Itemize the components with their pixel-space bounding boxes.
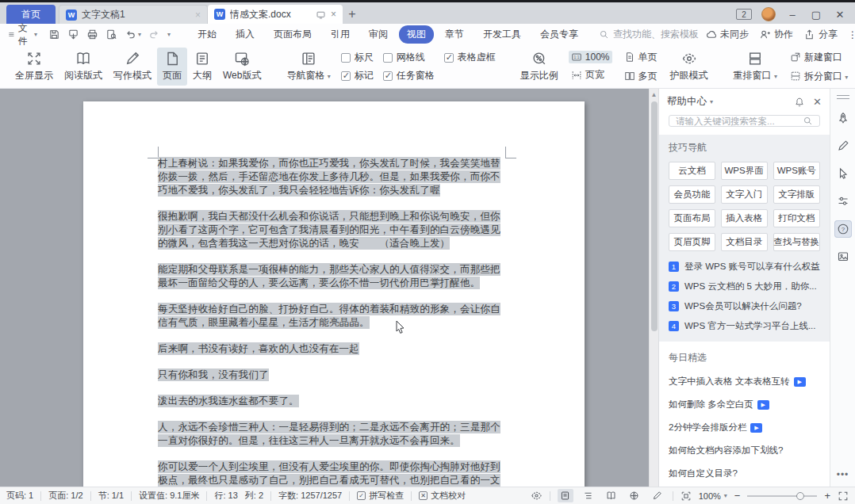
paragraph[interactable]: 人，永远不会珍惜三种人：一是轻易得到的；二是永远不会离开的；三是那个一直对你很好… [158, 421, 505, 448]
menu-tab-start[interactable]: 开始 [190, 25, 224, 44]
help-nav-button[interactable]: WPS账号 [773, 162, 821, 180]
undo-button[interactable]: ▾ [125, 29, 141, 40]
export-button[interactable] [67, 29, 79, 40]
close-window-button[interactable]: ✕ [833, 9, 847, 21]
popout-window-icon[interactable] [316, 10, 326, 20]
help-nav-button[interactable]: 页面布局 [669, 209, 715, 227]
zoom-slider-knob[interactable] [796, 492, 804, 500]
web-layout-button[interactable]: Web版式 [217, 48, 266, 86]
document-canvas[interactable]: 村上春树说：如果我爱你，而你也正巧爱我，你头发乱了时候，我会笑笑地替你拨一拨，然… [0, 89, 649, 487]
daily-pick-link[interactable]: 文字中插入表格 文本表格互转▶ [669, 376, 820, 388]
edit-pen-icon[interactable] [834, 137, 852, 155]
close-panel-icon[interactable]: ✕ [813, 96, 822, 108]
zoom-slider[interactable] [747, 495, 817, 497]
doc-tab-1[interactable]: W 文字文稿1 × [59, 5, 208, 24]
eye-protect-toggle[interactable] [531, 490, 543, 502]
command-search-box[interactable]: 查找功能、搜索模板 [599, 28, 699, 41]
save-button[interactable] [48, 29, 60, 40]
customize-quickbar-icon[interactable]: ▾ [167, 31, 171, 38]
fullscreen-view-button[interactable]: 全屏显示 [10, 48, 59, 86]
read-layout-button[interactable]: 阅读版式 [59, 48, 108, 86]
doc-tab-2-active[interactable]: W 情感文案.docx × [208, 5, 343, 24]
menu-tab-insert[interactable]: 插入 [228, 25, 263, 44]
single-page-button[interactable]: 单页 [622, 50, 660, 65]
spell-check-toggle[interactable]: ✓拼写检查 [357, 490, 404, 502]
table-gridlines-checkbox[interactable]: 表格虚框 [444, 51, 496, 64]
zoom-ratio-button[interactable]: 显示比例 [515, 48, 564, 86]
close-tab-icon[interactable]: × [195, 10, 201, 21]
daily-pick-link[interactable]: 2分钟学会排版分栏▶ [669, 422, 820, 433]
paragraph[interactable]: 你可以爱一个人到尘埃里，但没有人爱尘埃里的你。即使你掏心掏肺对他好到极点，最终也… [158, 460, 505, 487]
hot-question-link[interactable]: 4WPS 官方一站式学习平台上线... [669, 320, 820, 332]
print-preview-button[interactable] [105, 29, 117, 40]
redo-button[interactable] [148, 29, 160, 40]
new-window-button[interactable]: 新建窗口 [788, 50, 850, 65]
document-text[interactable]: 村上春树说：如果我爱你，而你也正巧爱我，你头发乱了时候，我会笑笑地替你拨一拨，然… [158, 157, 505, 487]
status-setting-value[interactable]: 设置值: 9.1厘米 [139, 490, 199, 502]
multi-page-button[interactable]: 多页 [622, 69, 660, 84]
status-pages[interactable]: 页面: 1/2 [48, 490, 82, 502]
help-nav-button[interactable]: 打印文档 [773, 209, 821, 227]
share-button[interactable]: 分享 [803, 28, 838, 41]
outline-view-button[interactable]: 大纲 [187, 48, 217, 86]
help-nav-button[interactable]: 文档目录 [721, 233, 768, 251]
status-read-view-button[interactable] [604, 489, 619, 502]
message-count-badge[interactable]: 2 [736, 9, 752, 20]
document-scrollbar[interactable]: ▲ [649, 89, 658, 487]
help-nav-button[interactable]: 云文档 [669, 162, 715, 180]
help-nav-button[interactable]: 插入表格 [721, 209, 768, 227]
zoom-level-button[interactable]: 100%▾ [699, 491, 727, 501]
help-nav-button[interactable]: 文字入门 [721, 185, 768, 204]
paragraph[interactable]: 村上春树说：如果我爱你，而你也正巧爱我，你头发乱了时候，我会笑笑地替你拨一拨，然… [158, 157, 505, 197]
daily-pick-link[interactable]: 如何删除 多余空白页▶ [669, 399, 820, 410]
quick-tools-rocket-icon[interactable] [834, 109, 852, 127]
export-image-icon[interactable] [834, 248, 852, 265]
status-section[interactable]: 节: 1/1 [98, 490, 124, 502]
status-page-number[interactable]: 页码: 1 [6, 490, 33, 502]
status-web-view-button[interactable] [627, 489, 642, 502]
file-menu-button[interactable]: 文件 ▾ [8, 21, 37, 48]
hot-question-link[interactable]: 2WPS 云文档的 5 大妙用，助你... [669, 281, 820, 292]
help-search-box[interactable] [669, 115, 820, 127]
ruler-checkbox[interactable]: 标尺 [341, 51, 374, 64]
settings-sliders-icon[interactable] [834, 193, 852, 210]
document-proof-toggle[interactable]: ✕文档校对 [419, 490, 466, 502]
zoom-100-button[interactable]: 1:1 100% [569, 51, 612, 63]
page-view-button[interactable]: 页面 [157, 48, 187, 86]
user-avatar[interactable] [761, 7, 776, 21]
status-write-mode-button[interactable] [650, 489, 665, 502]
fullscreen-toggle-button[interactable] [838, 491, 849, 502]
hot-question-link[interactable]: 1登录 WPS 账号可以享有什么权益 [669, 261, 820, 273]
more-menu-icon[interactable]: ⋮ [848, 29, 855, 40]
paragraph[interactable]: 只有你和我，没有我们了 [158, 368, 505, 382]
help-nav-button[interactable]: WPS界面 [721, 162, 768, 180]
document-page[interactable]: 村上春树说：如果我爱你，而你也正巧爱我，你头发乱了时候，我会笑笑地替你拨一拨，然… [83, 101, 585, 487]
menu-tab-references[interactable]: 引用 [323, 25, 358, 44]
print-button[interactable] [86, 29, 98, 40]
help-nav-button[interactable]: 文字排版 [773, 185, 821, 204]
help-nav-button[interactable]: 页眉页脚 [669, 233, 715, 251]
daily-pick-link[interactable]: 如何自定义目录? [669, 468, 820, 479]
daily-pick-link[interactable]: 如何给文档内容添加下划线? [669, 445, 820, 456]
select-cursor-icon[interactable] [834, 165, 852, 182]
gridlines-checkbox[interactable]: 网格线 [383, 51, 435, 64]
status-outline-view-button[interactable] [581, 489, 596, 502]
maximize-button[interactable]: ▢ [809, 9, 823, 21]
panel-drag-handle[interactable] [837, 95, 849, 99]
menu-tab-section[interactable]: 章节 [437, 25, 472, 44]
status-page-view-button[interactable] [558, 489, 573, 502]
task-pane-checkbox[interactable]: 任务窗格 [383, 69, 435, 82]
hot-question-link[interactable]: 3WPS会员可以解决什么问题? [669, 300, 820, 312]
minimize-button[interactable]: – [785, 9, 799, 21]
zoom-in-button[interactable]: + [824, 490, 830, 502]
menu-tab-review[interactable]: 审阅 [361, 25, 396, 44]
help-nav-button[interactable]: 查找与替换 [773, 233, 821, 251]
chevron-down-icon[interactable]: ▾ [710, 98, 713, 105]
paragraph[interactable]: 很抱歉啊，我白天都没什么机会和你说话，只能想到晚上和你说句晚安，但你别小看了这两… [158, 210, 505, 250]
fit-page-button[interactable] [681, 491, 692, 502]
paragraph[interactable]: 泼出去的水我连水盆都不要了。 [158, 395, 505, 408]
arrange-windows-button[interactable]: 重排窗口 ▾ [728, 48, 783, 86]
notification-bell-icon[interactable] [794, 97, 805, 108]
chevron-down-icon[interactable]: ▾ [138, 31, 141, 38]
help-search-input[interactable] [676, 116, 798, 126]
